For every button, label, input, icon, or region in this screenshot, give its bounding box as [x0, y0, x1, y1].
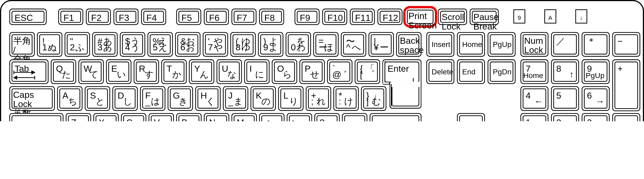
key-f1[interactable]: F1 [58, 9, 83, 25]
key-end[interactable]: End [457, 59, 485, 84]
key-z[interactable]: Zつ [66, 113, 91, 121]
key-i[interactable]: Iに [244, 59, 270, 84]
label: 4 [526, 91, 531, 100]
key-comma[interactable]: <、,ね [259, 113, 284, 121]
key-f[interactable]: F_は [140, 86, 165, 111]
key-np8[interactable]: 8↑ [551, 59, 579, 84]
label: Num [524, 36, 545, 45]
label: 、 [270, 118, 279, 121]
key-print-screen[interactable]: PrintScreen [405, 7, 436, 26]
key-j[interactable]: J_ま [223, 86, 248, 111]
key-b[interactable]: Bこ [176, 113, 201, 121]
key-enter-bottom[interactable] [390, 83, 422, 109]
key-np1[interactable]: 1End [520, 113, 548, 121]
key-pgup[interactable]: PgUp [488, 32, 516, 57]
key-np9[interactable]: 9PgUp [582, 59, 610, 84]
key-n[interactable]: Nみ [204, 113, 229, 121]
key-rbracket[interactable]: }」]む [361, 86, 386, 111]
key-f8[interactable]: F8 [259, 9, 284, 25]
key-9[interactable]: )よ9よ [258, 32, 283, 57]
key-8[interactable]: (ゆ8ゆ [230, 32, 256, 57]
key-4[interactable]: $う4う [120, 32, 145, 57]
key-at[interactable]: `@゛ [327, 59, 352, 84]
key-delete[interactable]: Delete [426, 59, 454, 84]
key-6[interactable]: &お6お [175, 32, 200, 57]
key-scroll-lock[interactable]: ScrollLock [438, 9, 467, 25]
key-np2[interactable]: 2↓ [551, 113, 579, 121]
key-insert[interactable]: Insert [426, 32, 454, 57]
key-y[interactable]: Yん [189, 59, 214, 84]
key-pgdn[interactable]: PgDn [488, 59, 516, 84]
key-7[interactable]: 'や7や [203, 32, 228, 57]
key-c[interactable]: Cそ [121, 113, 146, 121]
key-np4[interactable]: 4← [520, 86, 548, 111]
key-f10[interactable]: F10 [322, 9, 347, 25]
key-g[interactable]: Gき [168, 86, 193, 111]
key-tab[interactable]: Tab [9, 59, 49, 84]
key-home[interactable]: Home [457, 32, 485, 57]
key-numlock[interactable]: NumLock [520, 32, 548, 57]
key-v[interactable]: Vひ [148, 113, 174, 121]
key-k[interactable]: Kの [251, 86, 276, 111]
key-m[interactable]: Mも [232, 113, 257, 121]
key-h[interactable]: Hく [195, 86, 220, 111]
key-up[interactable]: ↑ [457, 113, 485, 121]
key-np3[interactable]: 3PgDn [582, 113, 610, 121]
key-q[interactable]: Qた [51, 59, 76, 84]
key-np5[interactable]: 5 [551, 86, 579, 111]
key-np-enter[interactable]: Enter [612, 113, 640, 121]
key-u[interactable]: Uな [217, 59, 242, 84]
key-f2[interactable]: F2 [86, 9, 111, 25]
key-minus[interactable]: =ーほ [313, 32, 339, 57]
key-pause-break[interactable]: PauseBreak [470, 9, 499, 25]
key-f12[interactable]: F12 [377, 9, 402, 25]
key-semicolon[interactable]: +;れ [306, 86, 331, 111]
label: S [90, 91, 96, 100]
key-f3[interactable]: F3 [113, 9, 138, 25]
key-w[interactable]: Wて [78, 59, 104, 84]
key-p[interactable]: Pせ [299, 59, 325, 84]
key-f6[interactable]: F6 [204, 9, 229, 25]
key-d[interactable]: Dし [112, 86, 138, 111]
key-o[interactable]: Oら [272, 59, 297, 84]
key-s[interactable]: Sと [85, 86, 110, 111]
key-e[interactable]: Eい [106, 59, 131, 84]
key-lshift[interactable]: ⇧ Shift [9, 113, 63, 121]
label: F6 [209, 13, 220, 23]
key-1[interactable]: !1ぬ [37, 32, 62, 57]
key-enter-top[interactable]: Enter [382, 59, 422, 84]
key-lbracket[interactable]: {「[゜ [355, 59, 380, 84]
key-l[interactable]: Lり [278, 86, 304, 111]
key-f5[interactable]: F5 [176, 9, 201, 25]
key-3[interactable]: #あ3あ [92, 32, 118, 57]
key-yen[interactable]: |¥ー [368, 32, 394, 57]
key-f4[interactable]: F4 [141, 9, 166, 25]
key-5[interactable]: %え5え [147, 32, 173, 57]
key-backspace[interactable]: Backspace [396, 32, 421, 57]
key-backslash[interactable]: —\ろ [342, 113, 367, 121]
key-x[interactable]: Xさ [93, 113, 119, 121]
key-a[interactable]: Aち [57, 86, 83, 111]
key-esc[interactable]: ESC [9, 9, 47, 25]
key-hankaku[interactable]: 半角 /全角漢字 [9, 32, 35, 57]
key-caret[interactable]: 〜^へ [341, 32, 366, 57]
key-np-multiply[interactable]: ＊ [582, 32, 610, 57]
key-r[interactable]: Rす [134, 59, 159, 84]
key-capslock[interactable]: Caps Lock英数 [9, 86, 55, 111]
key-0[interactable]: を0わ [286, 32, 311, 57]
key-f11[interactable]: F11 [350, 9, 375, 25]
key-slash[interactable]: ?・/め [314, 113, 340, 121]
key-rshift[interactable]: ⇧ Shift [369, 113, 421, 121]
label: ゜ [366, 70, 375, 79]
key-np6[interactable]: 6→ [582, 86, 610, 111]
key-np7[interactable]: 7Home [520, 59, 548, 84]
key-np-minus[interactable]: − [612, 32, 640, 57]
key-np-divide[interactable]: ／ [551, 32, 579, 57]
key-t[interactable]: Tか [161, 59, 187, 84]
key-f9[interactable]: F9 [295, 9, 320, 25]
key-f7[interactable]: F7 [232, 9, 257, 25]
key-colon[interactable]: *:け [333, 86, 359, 111]
key-2[interactable]: "2ふ [65, 32, 90, 57]
key-np-plus[interactable]: + [612, 59, 640, 111]
key-period[interactable]: >。.る [287, 113, 312, 121]
